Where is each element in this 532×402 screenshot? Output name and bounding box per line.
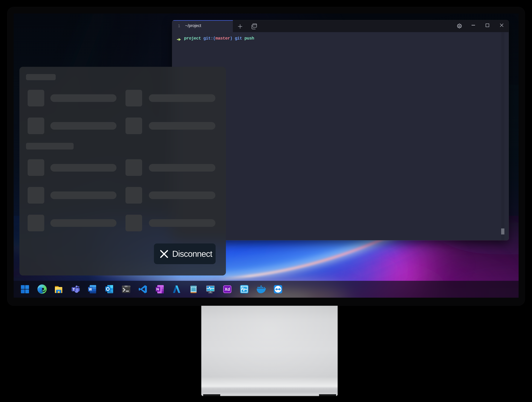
svg-text:Xd: Xd	[225, 287, 230, 292]
